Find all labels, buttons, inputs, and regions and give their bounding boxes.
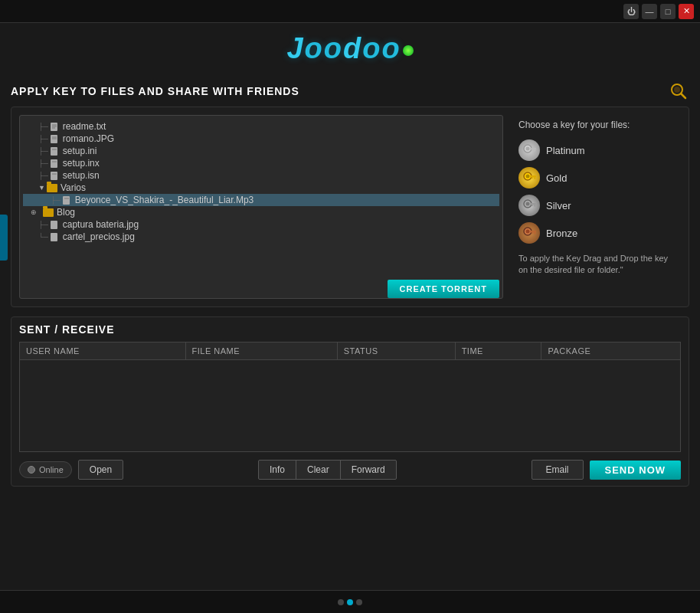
gold-label: Gold — [546, 172, 567, 184]
bronze-key-icon — [518, 222, 540, 244]
main-container: APPLY KEY TO FILES AND SHARE WITH FRIEND… — [0, 71, 700, 493]
search-icon[interactable] — [668, 80, 689, 102]
key-chooser-title: Choose a key for your files: — [518, 120, 675, 130]
open-button[interactable]: Open — [78, 460, 123, 480]
app-logo: Joodoo — [286, 32, 413, 64]
svg-point-26 — [526, 175, 530, 179]
key-instruction: To apply the Key Drag and Drop the key o… — [518, 253, 675, 277]
tree-item[interactable]: ├─ captura bateria.jpg — [23, 218, 499, 231]
apply-key-header: APPLY KEY TO FILES AND SHARE WITH FRIEND… — [11, 77, 689, 107]
key-option-gold[interactable]: Gold — [518, 164, 675, 192]
status-dot-3 — [356, 599, 362, 605]
col-status: STATUS — [337, 343, 455, 360]
tree-item[interactable]: ├─ setup.isn — [23, 169, 499, 182]
col-filename: FILE NAME — [185, 343, 337, 360]
sent-receive-table: USER NAME FILE NAME STATUS TIME PACKAGE — [19, 342, 681, 360]
svg-point-36 — [526, 230, 530, 234]
maximize-button[interactable]: □ — [660, 4, 675, 19]
table-body — [19, 360, 681, 452]
create-torrent-button[interactable]: CREATE TORRENT — [388, 280, 499, 298]
status-bar — [0, 590, 700, 613]
tree-item[interactable]: ├─ romano.JPG — [23, 133, 499, 145]
svg-rect-32 — [530, 203, 536, 205]
forward-button[interactable]: Forward — [341, 461, 396, 479]
key-option-platinum[interactable]: Platinum — [518, 136, 675, 164]
close-button[interactable]: ✕ — [679, 4, 694, 19]
platinum-label: Platinum — [546, 145, 585, 156]
col-username: USER NAME — [20, 343, 186, 360]
platinum-key-icon — [518, 139, 540, 161]
svg-line-1 — [681, 93, 685, 98]
silver-label: Silver — [546, 200, 571, 211]
svg-point-2 — [674, 87, 680, 93]
bottom-controls: Online Open Info Clear Forward Email SEN… — [19, 460, 681, 480]
key-option-bronze[interactable]: Bronze — [518, 219, 675, 247]
window-controls: ⏻ — □ ✕ — [623, 4, 694, 19]
svg-rect-37 — [530, 231, 536, 233]
col-package: PACKAGE — [541, 343, 681, 360]
tree-item[interactable]: ├─ setup.ini — [23, 145, 499, 157]
svg-rect-22 — [530, 148, 536, 150]
clear-button[interactable]: Clear — [296, 461, 341, 479]
middle-buttons-group: Info Clear Forward — [258, 460, 397, 480]
file-tree-container[interactable]: ├─ readme.txt ├─ romano.JPG ├─ — [19, 115, 503, 299]
info-button[interactable]: Info — [259, 461, 296, 479]
email-button[interactable]: Email — [532, 460, 584, 480]
col-time: TIME — [455, 343, 541, 360]
tree-item[interactable]: ├─ setup.inx — [23, 157, 499, 169]
svg-point-31 — [526, 202, 530, 206]
power-button[interactable]: ⏻ — [623, 4, 639, 19]
sent-receive-header: SENT / RECEIVE — [19, 323, 681, 336]
svg-rect-33 — [534, 205, 536, 207]
minimize-button[interactable]: — — [642, 4, 657, 19]
folder-icon — [47, 184, 57, 192]
online-indicator: Online — [19, 461, 72, 478]
status-dots — [338, 599, 362, 605]
svg-rect-24 — [532, 150, 533, 152]
file-tree-panel: ├─ readme.txt ├─ romano.JPG ├─ — [19, 115, 503, 299]
silver-key-icon — [518, 195, 540, 216]
svg-rect-23 — [534, 150, 536, 152]
svg-rect-12 — [51, 159, 57, 168]
gold-key-icon — [518, 167, 540, 188]
status-dot-2 — [347, 599, 353, 605]
online-label: Online — [39, 465, 64, 474]
key-chooser: Choose a key for your files: Platinum — [512, 115, 681, 299]
bronze-label: Bronze — [546, 228, 577, 239]
svg-rect-16 — [63, 196, 70, 205]
folder-icon — [43, 208, 54, 217]
tree-item-beyonce[interactable]: ├─ Beyonce_VS_Shakira_-_Beautiful_Liar.M… — [23, 194, 499, 206]
svg-rect-29 — [532, 178, 533, 179]
svg-rect-10 — [51, 147, 57, 156]
svg-rect-39 — [532, 233, 533, 234]
file-tree-scroll[interactable]: ├─ readme.txt ├─ romano.JPG ├─ — [20, 116, 502, 277]
svg-point-21 — [526, 147, 530, 151]
left-edge-decoration — [0, 215, 8, 261]
svg-rect-38 — [534, 233, 536, 234]
svg-rect-19 — [51, 233, 57, 241]
tree-item[interactable]: └─ cartel_precios.jpg — [23, 231, 499, 243]
logo-area: Joodoo — [0, 23, 700, 71]
status-dot-1 — [338, 599, 344, 605]
tree-item-blog[interactable]: ⊕ Blog — [23, 206, 499, 218]
svg-rect-28 — [534, 178, 536, 179]
apply-key-section: ├─ readme.txt ├─ romano.JPG ├─ — [11, 107, 689, 307]
title-bar: ⏻ — □ ✕ — [0, 0, 700, 23]
sent-receive-section: SENT / RECEIVE USER NAME FILE NAME STATU… — [11, 316, 689, 487]
svg-rect-27 — [530, 175, 536, 178]
tree-item[interactable]: ├─ readme.txt — [23, 120, 499, 133]
key-option-silver[interactable]: Silver — [518, 192, 675, 219]
svg-rect-14 — [51, 172, 57, 180]
online-dot — [28, 466, 35, 474]
send-now-button[interactable]: SEND NOW — [590, 461, 682, 480]
svg-rect-34 — [532, 205, 533, 207]
tree-item-varios[interactable]: ▼ Varios — [23, 182, 499, 194]
svg-rect-18 — [51, 221, 57, 229]
create-torrent-row: CREATE TORRENT — [20, 277, 502, 298]
